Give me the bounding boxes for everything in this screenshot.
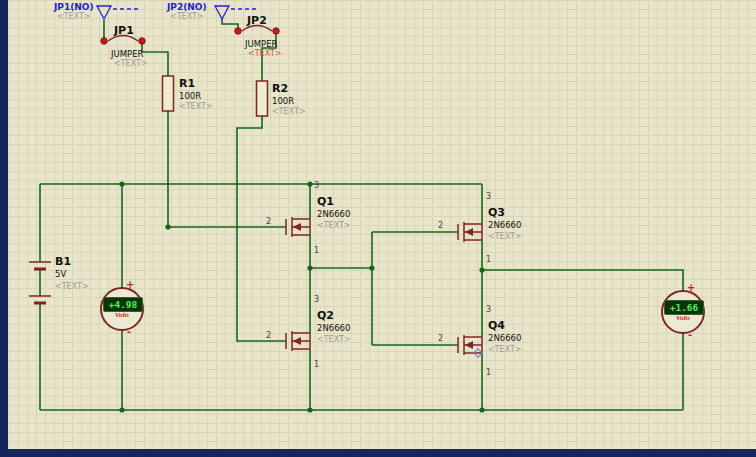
component-placeholder: <TEXT> <box>317 335 351 344</box>
component-ref[interactable]: R1 <box>179 77 195 90</box>
component-placeholder: <TEXT> <box>488 232 522 241</box>
wire-nets[interactable] <box>40 19 683 410</box>
component-value: 5V <box>55 269 66 279</box>
resistor-r1-symbol[interactable] <box>163 76 174 111</box>
pin-number: 2 <box>438 334 443 343</box>
probe-label[interactable]: JP1(NO) <box>54 2 94 12</box>
component-value: 2N6660 <box>488 333 521 343</box>
component-ref[interactable]: JP2 <box>247 14 267 27</box>
probe-label[interactable]: JP2(NO) <box>167 2 207 12</box>
wire[interactable] <box>237 116 286 341</box>
probe-flag-icon[interactable] <box>97 6 138 19</box>
pin-number: 1 <box>486 368 491 377</box>
window-bottom-border <box>0 449 756 457</box>
mosfet-q4-symbol[interactable] <box>458 335 482 357</box>
voltmeter-unit: Volts <box>664 314 702 322</box>
component-placeholder: <TEXT> <box>179 102 213 111</box>
plus-terminal-label: + <box>126 279 134 290</box>
schematic-canvas[interactable]: JP1(NO) <TEXT> JP2(NO) <TEXT> JP1 JUMPER… <box>0 0 756 457</box>
minus-terminal-label: - <box>688 329 692 340</box>
plus-terminal-label: + <box>687 282 695 293</box>
junction-dots <box>119 181 484 412</box>
voltmeter-display: +1.66 <box>664 300 704 315</box>
voltmeter-unit: Volts <box>103 311 141 319</box>
pin-number: 3 <box>486 192 491 201</box>
component-placeholder: <TEXT> <box>55 282 89 291</box>
component-value: 100R <box>272 96 294 106</box>
pin-number: 3 <box>486 305 491 314</box>
pin-number: 2 <box>438 221 443 230</box>
component-ref[interactable]: B1 <box>55 255 71 268</box>
jumper-pin-icon[interactable] <box>101 38 107 44</box>
pin-number: 1 <box>314 246 319 255</box>
component-ref[interactable]: JP1 <box>114 24 134 37</box>
pin-number: 1 <box>314 360 319 369</box>
wire[interactable] <box>222 19 238 28</box>
component-placeholder: <TEXT> <box>488 345 522 354</box>
mosfet-q1-symbol[interactable] <box>286 217 310 237</box>
pin-number: 2 <box>266 217 271 226</box>
component-ref[interactable]: R2 <box>272 82 288 95</box>
component-value: JUMPER <box>245 39 277 49</box>
component-placeholder: <TEXT> <box>272 107 306 116</box>
wire[interactable] <box>482 270 683 291</box>
mosfet-q3-symbol[interactable] <box>458 222 482 242</box>
component-ref[interactable]: Q3 <box>488 206 505 219</box>
schematic-drawing <box>0 0 756 457</box>
component-ref[interactable]: Q2 <box>317 309 334 322</box>
component-ref[interactable]: Q1 <box>317 195 334 208</box>
component-value: 2N6660 <box>317 323 350 333</box>
component-value: 2N6660 <box>488 220 521 230</box>
pin-number: 3 <box>314 181 319 190</box>
window-left-border <box>0 0 8 457</box>
probe-placeholder: <TEXT> <box>57 12 91 21</box>
wire[interactable] <box>168 111 286 227</box>
pin-number: 2 <box>266 331 271 340</box>
component-value: JUMPER <box>111 49 143 59</box>
mosfet-q2-symbol[interactable] <box>286 331 310 351</box>
component-placeholder: <TEXT> <box>114 59 148 68</box>
component-value: 100R <box>179 91 201 101</box>
minus-terminal-label: - <box>127 326 131 337</box>
component-placeholder: <TEXT> <box>248 49 282 58</box>
probe-placeholder: <TEXT> <box>170 12 204 21</box>
pin-number: 1 <box>486 255 491 264</box>
jumper-pin-icon[interactable] <box>235 28 241 34</box>
voltmeter-display: +4.98 <box>103 297 143 312</box>
pin-number: 3 <box>314 295 319 304</box>
component-ref[interactable]: Q4 <box>488 319 505 332</box>
jumper-pin-icon[interactable] <box>273 28 279 34</box>
component-value: 2N6660 <box>317 209 350 219</box>
component-placeholder: <TEXT> <box>317 221 351 230</box>
resistor-r2-symbol[interactable] <box>257 81 268 116</box>
jumper-pin-icon[interactable] <box>139 38 145 44</box>
